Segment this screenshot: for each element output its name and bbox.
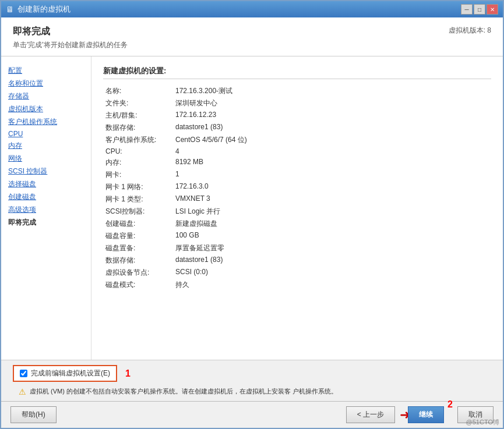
main-window: 🖥 创建新的虚拟机 ─ □ ✕ 即将完成 单击'完成'将开始创建新虚拟机的任务 … xyxy=(0,0,504,429)
sidebar-item[interactable]: 虚拟机版本 xyxy=(8,104,84,114)
window-title: 创建新的虚拟机 xyxy=(17,4,461,15)
sidebar-item[interactable]: 客户机操作系统 xyxy=(8,117,84,127)
setting-label: 网卡 1 类型: xyxy=(103,193,173,205)
setting-label: SCSI控制器: xyxy=(103,205,173,218)
setting-label: 磁盘模式: xyxy=(103,279,173,291)
table-row: 网卡 1 网络:172.16.3.0 xyxy=(103,181,491,193)
table-row: 数据存储:datastore1 (83) xyxy=(103,122,491,134)
sidebar-item[interactable]: 选择磁盘 xyxy=(8,179,84,189)
setting-label: 数据存储: xyxy=(103,254,173,267)
number-2-badge: 2 xyxy=(447,399,453,410)
setting-value: 100 GB xyxy=(173,230,491,242)
setting-label: 文件夹: xyxy=(103,97,173,109)
checkbox-label: 完成前编辑虚拟机设置(E) xyxy=(31,368,110,378)
restore-button[interactable]: □ xyxy=(474,4,485,15)
sidebar-item: 即将完成 xyxy=(8,218,84,228)
table-row: 文件夹:深圳研发中心 xyxy=(103,97,491,109)
setting-label: 磁盘置备: xyxy=(103,242,173,254)
sidebar-item[interactable]: 配置 xyxy=(8,66,84,76)
table-row: 数据存储:datastore1 (83) xyxy=(103,254,491,267)
sidebar-item[interactable]: 内存 xyxy=(8,141,84,151)
close-button[interactable]: ✕ xyxy=(487,4,498,15)
table-row: 磁盘置备:厚置备延迟置零 xyxy=(103,242,491,254)
setting-value: datastore1 (83) xyxy=(173,122,491,134)
setting-value: 厚置备延迟置零 xyxy=(173,242,491,254)
sidebar-item[interactable]: CPU xyxy=(8,130,84,138)
warning-icon: ⚠ xyxy=(19,387,26,396)
warning-text: 虚拟机 (VM) 的创建不包括自动安装客户机操作系统。请在创建虚拟机后，在虚拟机… xyxy=(30,387,337,396)
setting-value: 172.16.3.200-测试 xyxy=(173,85,491,97)
setting-value: 4 xyxy=(173,146,491,157)
checkbox-row: 完成前编辑虚拟机设置(E) 1 xyxy=(1,360,503,385)
header-version: 虚拟机版本: 8 xyxy=(449,26,491,36)
table-row: 磁盘容量:100 GB xyxy=(103,230,491,242)
setting-label: 磁盘容量: xyxy=(103,230,173,242)
window-icon: 🖥 xyxy=(6,5,14,14)
main-panel: 新建虚拟机的设置: 名称:172.16.3.200-测试文件夹:深圳研发中心主机… xyxy=(91,56,503,360)
edit-before-finish-box: 完成前编辑虚拟机设置(E) xyxy=(13,365,117,382)
next-button[interactable]: 继续 xyxy=(408,406,444,423)
settings-title: 新建虚拟机的设置: xyxy=(103,66,491,79)
table-row: 网卡:1 xyxy=(103,169,491,181)
setting-value: datastore1 (83) xyxy=(173,254,491,267)
watermark: @51CTO博 xyxy=(466,418,499,427)
table-row: 客户机操作系统:CentOS 4/5/6/7 (64 位) xyxy=(103,134,491,146)
window-controls: ─ □ ✕ xyxy=(461,4,498,15)
sidebar: 配置名称和位置存储器虚拟机版本客户机操作系统CPU内存网络SCSI 控制器选择磁… xyxy=(1,56,91,360)
warning-row: ⚠ 虚拟机 (VM) 的创建不包括自动安装客户机操作系统。请在创建虚拟机后，在虚… xyxy=(1,385,503,401)
header: 即将完成 单击'完成'将开始创建新虚拟机的任务 虚拟机版本: 8 xyxy=(1,17,503,56)
setting-value: 172.16.3.0 xyxy=(173,181,491,193)
table-row: 虚拟设备节点:SCSI (0:0) xyxy=(103,267,491,279)
setting-label: 网卡: xyxy=(103,169,173,181)
setting-value: 新建虚拟磁盘 xyxy=(173,218,491,230)
setting-value: 深圳研发中心 xyxy=(173,97,491,109)
arrow-indicator: ➜ 继续 2 xyxy=(400,406,453,423)
sidebar-item[interactable]: 名称和位置 xyxy=(8,79,84,88)
sidebar-item[interactable]: SCSI 控制器 xyxy=(8,166,84,176)
setting-label: 名称: xyxy=(103,85,173,97)
table-row: 名称:172.16.3.200-测试 xyxy=(103,85,491,97)
title-bar: 🖥 创建新的虚拟机 ─ □ ✕ xyxy=(1,1,503,17)
bottom-area: 完成前编辑虚拟机设置(E) 1 ⚠ 虚拟机 (VM) 的创建不包括自动安装客户机… xyxy=(1,360,503,401)
setting-label: 客户机操作系统: xyxy=(103,134,173,146)
table-row: 内存:8192 MB xyxy=(103,157,491,169)
setting-label: 网卡 1 网络: xyxy=(103,181,173,193)
setting-label: CPU: xyxy=(103,146,173,157)
table-row: 主机/群集:172.16.12.23 xyxy=(103,109,491,122)
setting-value: 172.16.12.23 xyxy=(173,109,491,122)
setting-value: VMXNET 3 xyxy=(173,193,491,205)
setting-value: 1 xyxy=(173,169,491,181)
setting-label: 内存: xyxy=(103,157,173,169)
table-row: 网卡 1 类型:VMXNET 3 xyxy=(103,193,491,205)
sidebar-item[interactable]: 网络 xyxy=(8,154,84,164)
sidebar-item[interactable]: 创建磁盘 xyxy=(8,192,84,202)
header-left: 即将完成 单击'完成'将开始创建新虚拟机的任务 xyxy=(13,26,128,50)
sidebar-item[interactable]: 高级选项 xyxy=(8,205,84,215)
footer: 帮助(H) < 上一步 ➜ 继续 2 取消 xyxy=(1,401,503,428)
footer-left: 帮助(H) xyxy=(10,406,57,423)
content-area: 配置名称和位置存储器虚拟机版本客户机操作系统CPU内存网络SCSI 控制器选择磁… xyxy=(1,56,503,360)
setting-value: CentOS 4/5/6/7 (64 位) xyxy=(173,134,491,146)
setting-value: 8192 MB xyxy=(173,157,491,169)
table-row: SCSI控制器:LSI Logic 并行 xyxy=(103,205,491,218)
setting-label: 主机/群集: xyxy=(103,109,173,122)
help-button[interactable]: 帮助(H) xyxy=(10,406,57,423)
table-row: 磁盘模式:持久 xyxy=(103,279,491,291)
setting-label: 虚拟设备节点: xyxy=(103,267,173,279)
setting-value: LSI Logic 并行 xyxy=(173,205,491,218)
settings-table: 名称:172.16.3.200-测试文件夹:深圳研发中心主机/群集:172.16… xyxy=(103,85,491,291)
setting-label: 数据存储: xyxy=(103,122,173,134)
back-button[interactable]: < 上一步 xyxy=(346,406,395,423)
minimize-button[interactable]: ─ xyxy=(461,4,473,15)
setting-label: 创建磁盘: xyxy=(103,218,173,230)
edit-before-finish-checkbox[interactable] xyxy=(20,370,27,377)
table-row: 创建磁盘:新建虚拟磁盘 xyxy=(103,218,491,230)
table-row: CPU:4 xyxy=(103,146,491,157)
setting-value: SCSI (0:0) xyxy=(173,267,491,279)
setting-value: 持久 xyxy=(173,279,491,291)
header-subtitle: 单击'完成'将开始创建新虚拟机的任务 xyxy=(13,40,128,50)
header-title: 即将完成 xyxy=(13,26,128,38)
sidebar-item[interactable]: 存储器 xyxy=(8,91,84,101)
number-1-badge: 1 xyxy=(125,368,131,379)
